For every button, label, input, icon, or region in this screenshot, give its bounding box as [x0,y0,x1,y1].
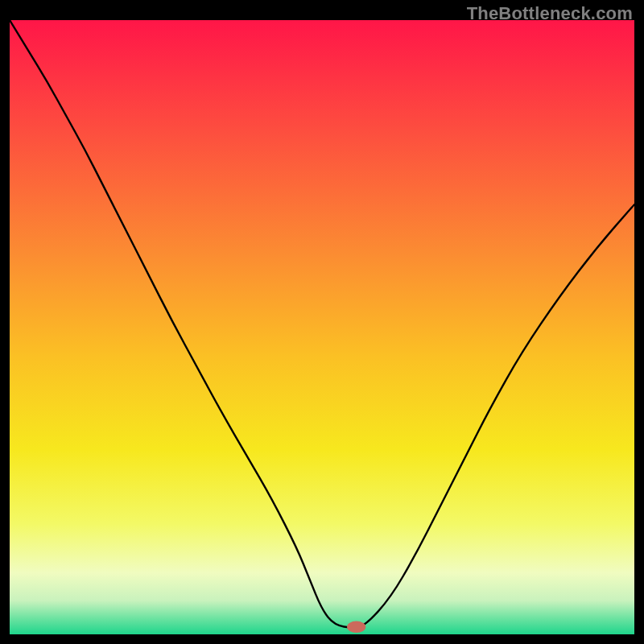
optimum-marker [347,621,365,633]
gradient-background [10,20,634,634]
watermark-text: TheBottleneck.com [467,3,633,24]
chart-frame [10,20,634,634]
bottleneck-chart [10,20,634,634]
